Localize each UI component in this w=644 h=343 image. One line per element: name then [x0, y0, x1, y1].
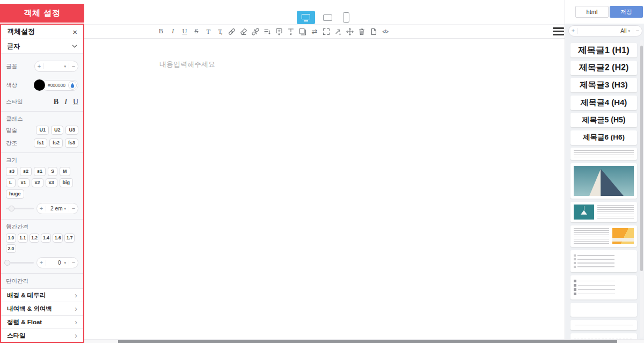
minus-button[interactable]: − [69, 260, 78, 266]
emphasis-class-button[interactable]: fs2 [49, 138, 63, 148]
emphasis-class-button[interactable]: fs3 [65, 138, 78, 148]
accordion-row[interactable]: 스타일 › [1, 329, 83, 342]
bold-icon[interactable]: B [157, 27, 165, 35]
color-swatch[interactable] [34, 79, 45, 91]
scale-icon[interactable] [334, 27, 342, 35]
heading-block[interactable]: 제목글6 (H6) [570, 130, 637, 145]
size-slider[interactable] [6, 206, 34, 211]
link-icon[interactable] [228, 27, 236, 35]
line-height-button[interactable]: 1.0 [6, 233, 16, 243]
line-height-button[interactable]: 1.6 [53, 233, 63, 243]
image-block[interactable] [570, 163, 637, 199]
trash-icon[interactable] [358, 27, 365, 35]
color-droplet-icon[interactable] [68, 81, 77, 90]
dropdown-icon[interactable]: ▾ [64, 207, 66, 211]
dropdown-icon[interactable]: ▾ [64, 261, 66, 265]
line-height-button[interactable]: 2.0 [6, 244, 16, 253]
style-button[interactable]: U [73, 98, 78, 106]
heading-block[interactable]: 제목글3 (H3) [570, 78, 637, 92]
size-class-button[interactable]: x2 [32, 178, 43, 187]
size-slider-handle[interactable] [9, 206, 14, 211]
line-height-button[interactable]: 1.4 [41, 233, 51, 243]
html-button[interactable]: html [575, 6, 609, 18]
plus-button[interactable]: + [35, 63, 44, 69]
icon-list-block[interactable] [570, 275, 637, 300]
style-button[interactable]: I [64, 98, 67, 106]
horizontal-scrollbar-thumb[interactable] [118, 340, 617, 343]
size-class-button[interactable]: M [60, 167, 70, 176]
size-class-button[interactable]: s1 [34, 167, 46, 176]
plus-button[interactable]: + [569, 28, 578, 34]
close-icon[interactable]: × [72, 28, 77, 36]
color-value-pill[interactable]: #000000 [42, 80, 78, 91]
heading-block[interactable]: 제목글2 (H2) [570, 61, 637, 75]
move-icon[interactable] [346, 27, 354, 35]
insert-box-icon[interactable] [275, 27, 283, 35]
minus-button[interactable]: − [633, 28, 642, 34]
style-button[interactable]: B [54, 98, 58, 106]
line-height-slider[interactable] [6, 260, 34, 266]
canvas-placeholder[interactable]: 내용입력해주세요 [159, 60, 215, 69]
code-icon[interactable]: </> [382, 27, 389, 35]
accordion-row[interactable]: 내여백 & 외여백 › [1, 302, 83, 315]
superscript-icon[interactable]: T' [204, 27, 212, 35]
eraser-icon[interactable] [240, 27, 247, 35]
size-class-button[interactable]: big [60, 178, 74, 187]
accordion-row[interactable]: 배경 & 테두리 › [1, 288, 83, 302]
spacer-block[interactable] [570, 303, 637, 317]
size-class-button[interactable]: x1 [18, 178, 30, 187]
hamburger-icon[interactable] [553, 27, 564, 35]
save-button[interactable]: 저장 [610, 6, 643, 18]
accordion-row[interactable]: 정렬 & Float › [1, 315, 83, 329]
size-class-button[interactable]: L [6, 178, 16, 187]
minus-button[interactable]: − [69, 206, 78, 211]
plus-button[interactable]: + [37, 260, 46, 266]
line-height-stepper[interactable]: + 0 ▾ − [36, 257, 78, 268]
line-height-button[interactable]: 1.2 [30, 233, 40, 243]
size-class-button[interactable]: huge [6, 189, 24, 199]
line-height-slider-handle[interactable] [4, 260, 10, 266]
unlink-icon[interactable] [252, 27, 259, 35]
minus-button[interactable]: − [69, 63, 78, 69]
dropdown-icon[interactable]: ▾ [628, 29, 630, 33]
paragraph-block[interactable] [570, 148, 637, 160]
dropdown-icon[interactable]: ▾ [64, 64, 66, 69]
text-image-block[interactable] [570, 225, 637, 247]
font-section-row[interactable]: 글자 [1, 39, 83, 54]
underline-class-button[interactable]: U2 [51, 126, 64, 135]
emphasis-class-button[interactable]: fs1 [34, 138, 47, 148]
underline-class-button[interactable]: U1 [36, 126, 49, 135]
copy-icon[interactable] [299, 27, 306, 35]
underline-icon[interactable]: U [181, 27, 188, 35]
heading-block[interactable]: 제목글1 (H1) [570, 43, 637, 57]
solid-divider-block[interactable] [570, 320, 637, 330]
size-class-button[interactable]: s3 [6, 167, 18, 176]
dashed-divider-block[interactable] [570, 333, 637, 339]
block-filter-stepper[interactable]: + All ▾ − [568, 25, 642, 37]
line-height-button[interactable]: 1.7 [64, 233, 75, 243]
panel-scrollbar-thumb[interactable] [640, 46, 643, 271]
line-height-button[interactable]: 1.1 [18, 233, 28, 243]
desktop-icon[interactable] [297, 11, 315, 24]
heading-block[interactable]: 제목글5 (H5) [570, 113, 637, 127]
image-text-block[interactable] [570, 202, 637, 222]
list-block[interactable] [570, 250, 637, 272]
file-icon[interactable] [370, 27, 377, 35]
size-class-button[interactable]: x3 [46, 178, 57, 187]
size-stepper[interactable]: + 2 em ▾ − [36, 203, 78, 214]
italic-icon[interactable]: I [169, 27, 177, 35]
swap-icon[interactable]: ⇄ [311, 27, 318, 35]
font-family-stepper[interactable]: + ▾ − [34, 61, 78, 72]
heading-block[interactable]: 제목글4 (H4) [570, 96, 637, 110]
strikethrough-icon[interactable]: S [193, 27, 200, 35]
tablet-icon[interactable] [323, 14, 332, 21]
size-class-button[interactable]: S [48, 167, 57, 176]
mobile-icon[interactable] [343, 12, 349, 23]
paragraph-down-icon[interactable] [264, 27, 271, 35]
expand-icon[interactable] [323, 27, 330, 35]
underline-class-button[interactable]: U3 [65, 126, 78, 135]
subscript-icon[interactable]: T, [216, 27, 224, 35]
size-class-button[interactable]: s2 [20, 167, 32, 176]
insert-below-icon[interactable] [287, 27, 295, 35]
plus-button[interactable]: + [37, 206, 46, 211]
